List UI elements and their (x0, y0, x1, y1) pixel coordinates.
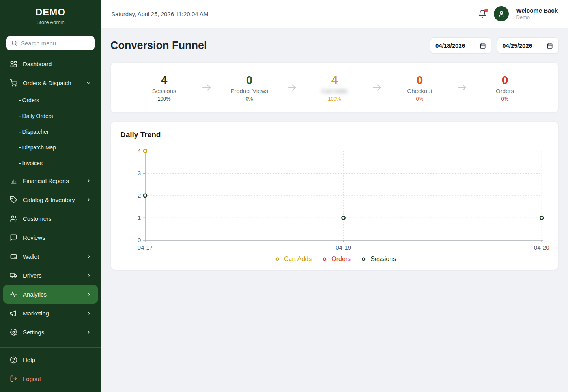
stage-percent: 100% (127, 96, 202, 102)
datetime-text: Saturday, April 25, 2026 11:20:04 AM (111, 11, 208, 17)
arrow-right-icon (457, 84, 467, 91)
arrow-right-icon (287, 84, 297, 91)
legend-label: Cart Adds (284, 256, 312, 263)
stage-value: 0 (467, 73, 542, 86)
sidebar-nav: Dashboard Orders & Dispatch - Orders - D… (0, 54, 101, 347)
date-from-input[interactable]: 04/18/2026 (430, 37, 491, 54)
sidebar-item-label: Financial Reports (23, 177, 69, 184)
sidebar-subitem-invoices[interactable]: - Invoices (0, 155, 101, 171)
legend-label: Orders (331, 256, 351, 263)
svg-text:04-17: 04-17 (137, 244, 153, 251)
date-to-value: 04/25/2026 (503, 42, 532, 49)
stage-percent: 0% (467, 96, 542, 102)
sidebar-item-label: Dashboard (23, 61, 52, 67)
users-icon (9, 215, 17, 222)
stage-percent: 0% (212, 96, 287, 102)
notification-badge (484, 9, 488, 12)
search-input[interactable] (21, 40, 90, 47)
sidebar-item-help[interactable]: Help (3, 350, 98, 369)
page-title: Conversion Funnel (110, 39, 207, 52)
sidebar-item-label: Catalog & Inventory (23, 196, 75, 203)
brand: DEMO Store Admin (0, 0, 101, 31)
sidebar-item-label: Orders & Dispatch (23, 80, 71, 86)
sidebar-item-settings[interactable]: Settings (3, 323, 98, 342)
sidebar-item-analytics[interactable]: Analytics (3, 285, 98, 304)
sidebar-item-reviews[interactable]: Reviews (3, 228, 98, 247)
avatar[interactable] (494, 6, 509, 21)
wallet-icon (9, 253, 17, 260)
sidebar-subitem-daily-orders[interactable]: - Daily Orders (0, 108, 101, 124)
sidebar-item-label: Analytics (23, 291, 47, 298)
legend-item-orders[interactable]: Orders (320, 256, 351, 263)
stage-label: Sessions (127, 88, 202, 94)
logout-icon (9, 375, 17, 383)
chart-title: Daily Trend (120, 131, 549, 139)
legend-marker-icon (273, 257, 282, 261)
chevron-right-icon (86, 178, 92, 184)
daily-trend-chart: 0123404-1704-1904-20 (120, 145, 549, 253)
chevron-right-icon (86, 329, 92, 335)
svg-text:1: 1 (138, 214, 141, 221)
funnel-stage-cart-adds: 4 Cart Adds 100% (297, 73, 372, 102)
daily-trend-card: Daily Trend 0123404-1704-1904-20 Cart Ad… (110, 121, 559, 270)
sidebar-search (0, 31, 101, 54)
truck-icon (9, 272, 17, 279)
welcome-username: Demo (516, 14, 558, 21)
sidebar-item-wallet[interactable]: Wallet (3, 247, 98, 266)
sidebar: DEMO Store Admin Dashboard Orders & Disp… (0, 0, 101, 392)
legend-marker-icon (359, 257, 368, 261)
stage-label: Cart Adds (297, 88, 372, 94)
arrow-right-icon (202, 84, 212, 91)
sidebar-item-financial-reports[interactable]: Financial Reports (3, 171, 98, 190)
brand-subtitle: Store Admin (0, 19, 101, 25)
search-box[interactable] (6, 36, 95, 50)
main-area: Saturday, April 25, 2026 11:20:04 AM Wel… (101, 0, 568, 392)
sidebar-item-label: Wallet (23, 253, 39, 260)
stage-label: Checkout (382, 88, 457, 94)
date-to-input[interactable]: 04/25/2026 (497, 37, 559, 54)
sidebar-item-logout[interactable]: Logout (3, 369, 98, 388)
svg-text:0: 0 (138, 237, 141, 243)
notifications-button[interactable] (478, 9, 487, 18)
user-icon (497, 10, 505, 18)
brand-title: DEMO (0, 7, 101, 18)
sidebar-item-label: Settings (23, 329, 44, 336)
sidebar-footer: Help Logout (0, 347, 101, 392)
sidebar-item-customers[interactable]: Customers (3, 209, 98, 228)
stage-value: 0 (382, 73, 457, 86)
stage-value: 0 (212, 73, 287, 86)
stage-label: Orders (467, 88, 542, 94)
stage-value: 4 (127, 73, 202, 86)
svg-text:04-19: 04-19 (336, 244, 351, 251)
funnel-stage-product-views: 0 Product Views 0% (212, 73, 287, 102)
sidebar-item-marketing[interactable]: Marketing (3, 304, 98, 323)
welcome-title: Welcome Back (516, 7, 558, 15)
sidebar-item-orders-dispatch[interactable]: Orders & Dispatch (3, 73, 98, 92)
chevron-right-icon (86, 273, 92, 278)
page-content: Conversion Funnel 04/18/2026 04/25/2026 … (101, 28, 568, 280)
welcome-block: Welcome Back Demo (516, 7, 558, 21)
sidebar-subitem-dispatch-map[interactable]: - Dispatch Map (0, 140, 101, 155)
svg-text:3: 3 (138, 170, 141, 176)
tag-icon (9, 196, 17, 203)
legend-item-cart-adds[interactable]: Cart Adds (273, 256, 312, 263)
chevron-right-icon (86, 310, 92, 316)
message-icon (9, 234, 17, 241)
sidebar-item-dashboard[interactable]: Dashboard (3, 54, 98, 73)
dashboard-grid-icon (9, 60, 17, 68)
search-icon (11, 40, 18, 47)
help-circle-icon (9, 356, 17, 364)
sidebar-subitem-dispatcher[interactable]: - Dispatcher (0, 124, 101, 140)
chart-legend: Cart Adds Orders Sessions (120, 256, 549, 263)
sidebar-item-drivers[interactable]: Drivers (3, 266, 98, 285)
funnel-stage-checkout: 0 Checkout 0% (382, 73, 457, 102)
chevron-right-icon (86, 254, 92, 259)
gear-icon (9, 329, 17, 336)
chevron-down-icon (86, 80, 92, 86)
sidebar-item-catalog-inventory[interactable]: Catalog & Inventory (3, 190, 98, 209)
sidebar-subitem-orders[interactable]: - Orders (0, 92, 101, 108)
funnel-stage-orders: 0 Orders 0% (467, 73, 542, 102)
date-from-value: 04/18/2026 (435, 42, 465, 49)
legend-item-sessions[interactable]: Sessions (359, 256, 396, 263)
funnel-card: 4 Sessions 100% 0 Product Views 0% 4 Car… (110, 62, 559, 113)
